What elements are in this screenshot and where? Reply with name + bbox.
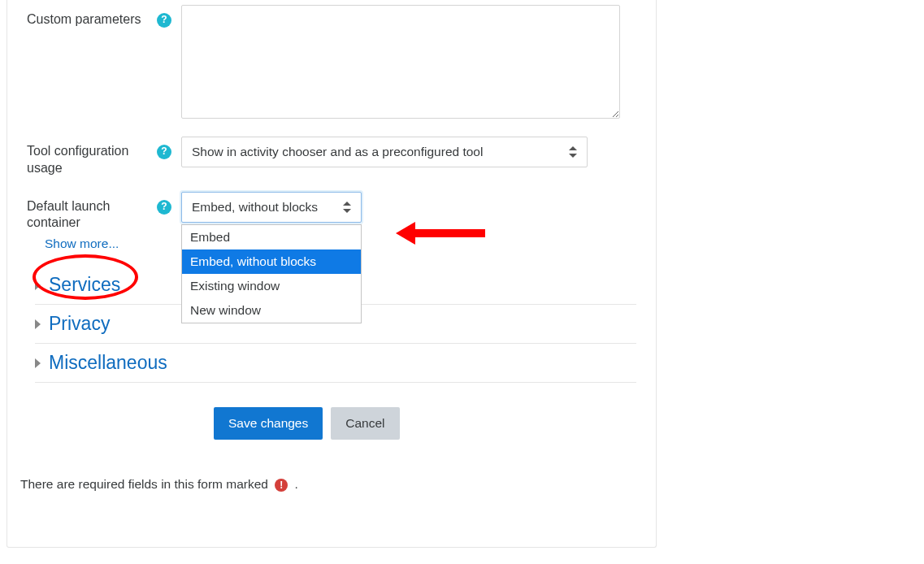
dropdown-option-existing-window[interactable]: Existing window — [182, 274, 361, 298]
tool-cfg-usage-value: Show in activity chooser and as a precon… — [192, 145, 483, 159]
required-note: There are required fields in this form m… — [7, 459, 656, 498]
form-card: Custom parameters ? Tool configuration u… — [7, 0, 657, 548]
help-icon[interactable]: ? — [157, 200, 171, 215]
required-note-prefix: There are required fields in this form m… — [20, 477, 271, 491]
show-more-link[interactable]: Show more... — [45, 236, 119, 250]
cancel-button[interactable]: Cancel — [331, 407, 399, 440]
caret-right-icon — [35, 280, 41, 290]
caret-right-icon — [35, 358, 41, 368]
dropdown-option-embed[interactable]: Embed — [182, 225, 361, 249]
default-launch-value: Embed, without blocks — [192, 200, 318, 215]
label-custom-params: Custom parameters — [27, 11, 141, 28]
dropdown-option-embed-without-blocks[interactable]: Embed, without blocks — [182, 249, 361, 274]
dropdown-option-new-window[interactable]: New window — [182, 298, 361, 323]
row-tool-cfg-usage: Tool configuration usage ? Show in activ… — [27, 137, 636, 177]
row-default-launch: Default launch container ? Embed, withou… — [27, 192, 636, 232]
chevron-updown-icon — [569, 146, 577, 158]
label-default-launch: Default launch container — [27, 198, 149, 232]
help-icon[interactable]: ? — [157, 145, 171, 159]
section-services-label: Services — [49, 274, 120, 296]
required-icon: ! — [275, 479, 288, 492]
required-note-suffix: . — [295, 477, 298, 491]
default-launch-dropdown: Embed Embed, without blocks Existing win… — [181, 224, 362, 323]
help-icon[interactable]: ? — [157, 13, 171, 28]
custom-params-textarea[interactable] — [181, 5, 620, 119]
label-tool-cfg-usage: Tool configuration usage — [27, 143, 149, 177]
default-launch-select[interactable]: Embed, without blocks — [181, 192, 362, 223]
caret-right-icon — [35, 319, 41, 329]
row-custom-params: Custom parameters ? — [27, 0, 636, 122]
save-button[interactable]: Save changes — [214, 407, 323, 440]
tool-cfg-usage-select[interactable]: Show in activity chooser and as a precon… — [181, 137, 588, 167]
chevron-updown-icon — [343, 202, 351, 213]
section-misc[interactable]: Miscellaneous — [35, 344, 636, 383]
section-misc-label: Miscellaneous — [49, 352, 167, 374]
section-privacy-label: Privacy — [49, 313, 110, 335]
